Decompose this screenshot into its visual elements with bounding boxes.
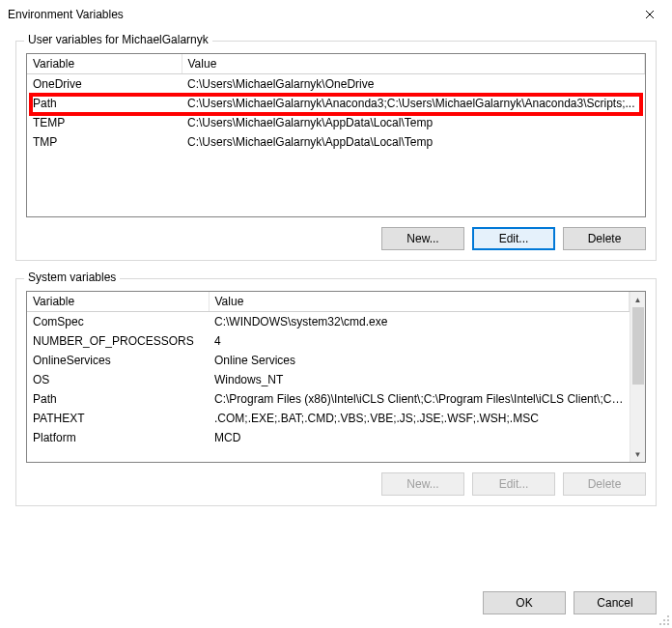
ok-button[interactable]: OK xyxy=(483,591,566,614)
scroll-thumb[interactable] xyxy=(632,307,644,385)
system-vars-table-wrap[interactable]: Variable Value ComSpec C:\WINDOWS\system… xyxy=(26,291,646,463)
user-new-button[interactable]: New... xyxy=(381,227,464,250)
svg-point-3 xyxy=(659,623,661,625)
table-header-row: Variable Value xyxy=(27,54,645,74)
user-vars-table-wrap[interactable]: Variable Value OneDrive C:\Users\Michael… xyxy=(26,53,646,217)
cell-var: PATHEXT xyxy=(27,409,209,428)
cell-val: C:\Users\MichaelGalarnyk\AppData\Local\T… xyxy=(182,132,645,152)
footer-buttons: OK Cancel xyxy=(0,591,672,628)
col-variable[interactable]: Variable xyxy=(27,292,209,312)
cell-val: MCD xyxy=(209,428,630,447)
system-variables-group: System variables Variable Value ComSpec … xyxy=(15,278,657,506)
col-variable[interactable]: Variable xyxy=(27,54,182,74)
table-row[interactable]: TMP C:\Users\MichaelGalarnyk\AppData\Loc… xyxy=(27,132,645,152)
table-row[interactable]: OnlineServices Online Services xyxy=(27,351,630,370)
table-row[interactable]: Platform MCD xyxy=(27,428,630,447)
close-button[interactable] xyxy=(628,0,672,29)
cell-val: Windows_NT xyxy=(209,370,630,389)
svg-point-2 xyxy=(667,619,669,621)
table-row[interactable]: Path C:\Program Files (x86)\Intel\iCLS C… xyxy=(27,389,630,409)
table-row[interactable]: Path C:\Users\MichaelGalarnyk\Anaconda3;… xyxy=(27,94,645,113)
table-header-row: Variable Value xyxy=(27,292,630,312)
cell-val: 4 xyxy=(209,331,630,351)
cell-val: C:\Users\MichaelGalarnyk\Anaconda3;C:\Us… xyxy=(182,94,645,113)
cell-val: C:\Program Files (x86)\Intel\iCLS Client… xyxy=(209,389,630,409)
cancel-button[interactable]: Cancel xyxy=(574,591,657,614)
env-vars-dialog: Environment Variables User variables for… xyxy=(0,0,672,628)
system-group-label: System variables xyxy=(24,271,120,284)
user-edit-button[interactable]: Edit... xyxy=(472,227,555,250)
cell-var: OneDrive xyxy=(27,74,182,95)
col-value[interactable]: Value xyxy=(209,292,630,312)
close-icon xyxy=(645,10,655,19)
system-scrollbar[interactable]: ▲ ▼ xyxy=(630,292,645,462)
user-delete-button[interactable]: Delete xyxy=(563,227,646,250)
cell-var: Platform xyxy=(27,428,209,447)
table-row[interactable]: OS Windows_NT xyxy=(27,370,630,389)
cell-var: TMP xyxy=(27,132,182,152)
system-vars-table: Variable Value ComSpec C:\WINDOWS\system… xyxy=(27,292,630,447)
cell-val: C:\WINDOWS\system32\cmd.exe xyxy=(209,312,630,332)
svg-point-1 xyxy=(663,619,665,621)
scroll-up-arrow[interactable]: ▲ xyxy=(630,292,645,307)
resize-grip-icon[interactable] xyxy=(658,614,670,626)
svg-point-5 xyxy=(667,623,669,625)
cell-val: C:\Users\MichaelGalarnyk\AppData\Local\T… xyxy=(182,113,645,132)
table-row[interactable]: NUMBER_OF_PROCESSORS 4 xyxy=(27,331,630,351)
cell-var: Path xyxy=(27,389,209,409)
cell-var: OnlineServices xyxy=(27,351,209,370)
user-variables-group: User variables for MichaelGalarnyk Varia… xyxy=(15,41,657,261)
content-area: User variables for MichaelGalarnyk Varia… xyxy=(0,29,672,591)
cell-var: NUMBER_OF_PROCESSORS xyxy=(27,331,209,351)
user-group-label: User variables for MichaelGalarnyk xyxy=(24,33,212,46)
scroll-down-arrow[interactable]: ▼ xyxy=(630,446,645,462)
table-row[interactable]: OneDrive C:\Users\MichaelGalarnyk\OneDri… xyxy=(27,74,645,95)
table-row[interactable]: TEMP C:\Users\MichaelGalarnyk\AppData\Lo… xyxy=(27,113,645,132)
cell-val: Online Services xyxy=(209,351,630,370)
window-title: Environment Variables xyxy=(8,8,124,21)
titlebar: Environment Variables xyxy=(0,0,672,29)
cell-val: .COM;.EXE;.BAT;.CMD;.VBS;.VBE;.JS;.JSE;.… xyxy=(209,409,630,428)
system-new-button[interactable]: New... xyxy=(381,472,464,496)
system-edit-button[interactable]: Edit... xyxy=(472,472,555,496)
cell-var: Path xyxy=(27,94,182,113)
svg-point-4 xyxy=(663,623,665,625)
table-row[interactable]: ComSpec C:\WINDOWS\system32\cmd.exe xyxy=(27,312,630,332)
cell-var: TEMP xyxy=(27,113,182,132)
table-row[interactable]: PATHEXT .COM;.EXE;.BAT;.CMD;.VBS;.VBE;.J… xyxy=(27,409,630,428)
svg-point-0 xyxy=(667,615,669,617)
system-delete-button[interactable]: Delete xyxy=(563,472,646,496)
cell-var: OS xyxy=(27,370,209,389)
user-vars-table: Variable Value OneDrive C:\Users\Michael… xyxy=(27,54,645,152)
user-buttons: New... Edit... Delete xyxy=(26,227,646,250)
col-value[interactable]: Value xyxy=(182,54,645,74)
cell-var: ComSpec xyxy=(27,312,209,332)
cell-val: C:\Users\MichaelGalarnyk\OneDrive xyxy=(182,74,645,95)
system-buttons: New... Edit... Delete xyxy=(26,472,646,496)
